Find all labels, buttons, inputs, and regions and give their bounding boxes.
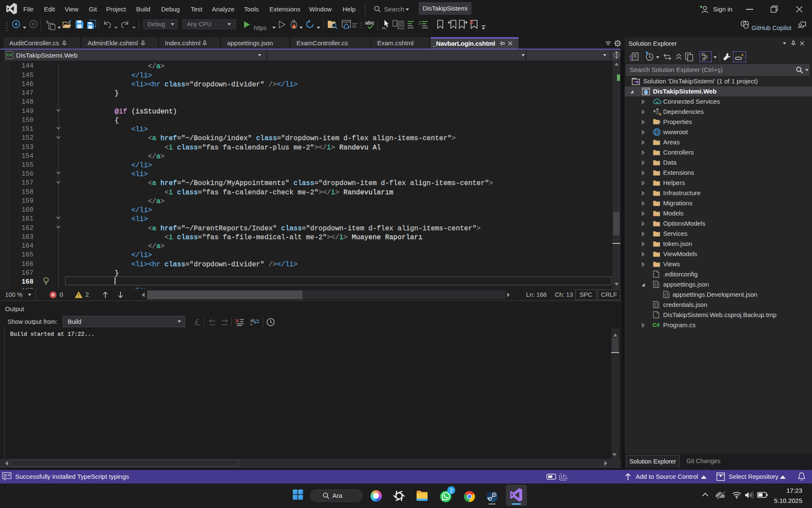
svg-text:{}: {} [664, 293, 669, 297]
svg-text:2: 2 [419, 21, 421, 25]
svg-text:2: 2 [450, 487, 453, 494]
svg-text:{}: {} [654, 303, 658, 307]
svg-text:c: c [250, 322, 252, 326]
svg-text:!: ! [660, 113, 660, 116]
svg-text:{}: {} [654, 283, 658, 287]
